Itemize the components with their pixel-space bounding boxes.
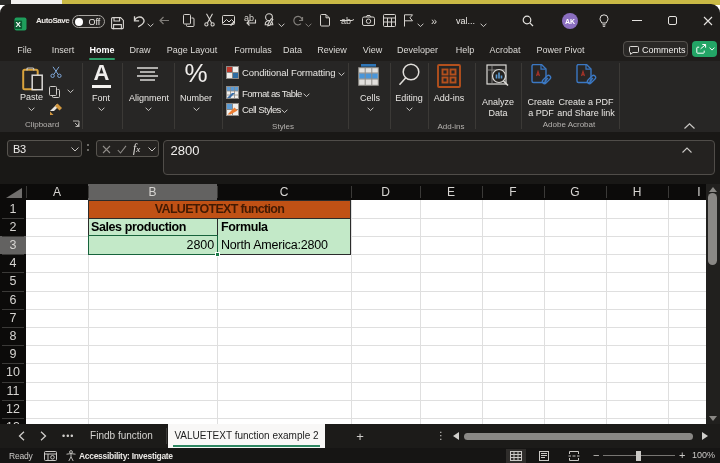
svg-text:X: X	[16, 20, 22, 29]
